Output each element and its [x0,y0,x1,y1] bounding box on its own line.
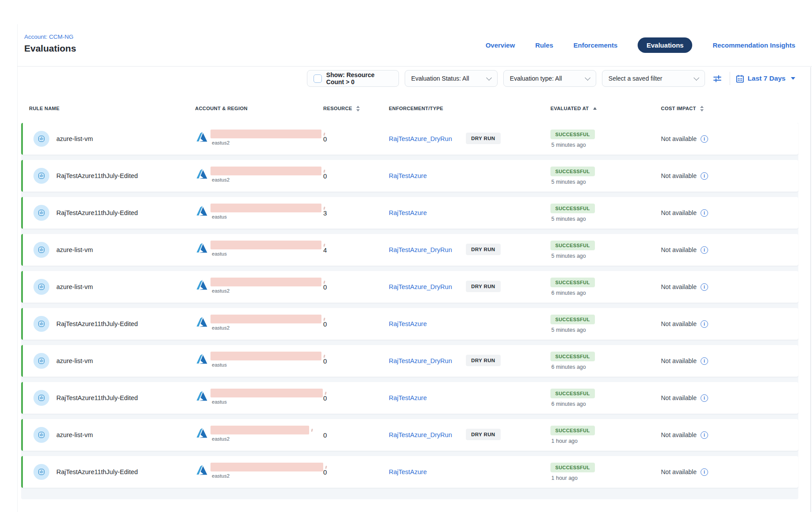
rule-name[interactable]: RajTestAzure11thJuly-Edited [56,320,138,327]
table-row[interactable]: RajTestAzure11thJuly-Edited eastus2 0 Ra… [21,456,798,488]
status-accent-bar [21,308,23,340]
table-row[interactable]: RajTestAzure11thJuly-Edited eastus 3 Raj… [21,197,798,229]
rule-name[interactable]: azure-list-vm [56,246,93,253]
enforcement-link[interactable]: RajTestAzure_DryRun [389,357,452,364]
sort-asc-icon[interactable] [593,107,597,110]
enforcement-cell: RajTestAzure_DryRun DRY RUN [389,419,452,451]
evaluated-cell: SUCCESSFUL 5 minutes ago [550,241,595,259]
enforcement-link[interactable]: RajTestAzure [389,209,427,216]
evaluated-cell: SUCCESSFUL 5 minutes ago [550,315,595,333]
evaluated-cell: SUCCESSFUL 6 minutes ago [550,389,595,407]
rule-name[interactable]: RajTestAzure11thJuly-Edited [56,394,138,401]
resource-count-filter[interactable]: Show: Resource Count > 0 [307,70,399,87]
info-icon[interactable] [701,320,708,328]
evaluated-cell: SUCCESSFUL 5 minutes ago [550,167,595,185]
info-icon[interactable] [701,394,708,402]
resource-count-checkbox[interactable] [314,74,322,83]
cost-impact-value: Not available [661,320,697,327]
resource-count: 0 [323,308,327,340]
status-badge: SUCCESSFUL [550,241,595,250]
info-icon[interactable] [701,135,708,143]
azure-icon [196,279,208,291]
evaluation-status-dropdown[interactable]: Evaluation Status: All [405,70,498,87]
saved-filter-dropdown[interactable]: Select a saved filter [602,70,705,87]
rule-name[interactable]: azure-list-vm [56,283,93,290]
enforcement-link[interactable]: RajTestAzure_DryRun [389,135,452,142]
resource-count: 0 [323,345,327,377]
enforcement-link[interactable]: RajTestAzure_DryRun [389,246,452,253]
table-header: RULE NAME ACCOUNT & REGION RESOURCE ENFO… [21,106,798,115]
table-row[interactable]: azure-list-vm eastus 0 RajTestAzure_DryR… [21,345,798,377]
account-region-cell: eastus2 [196,278,321,293]
rule-name[interactable]: RajTestAzure11thJuly-Edited [56,468,138,475]
tab-enforcements[interactable]: Enforcements [573,41,617,49]
account-region-cell: eastus2 [196,167,321,182]
date-range-picker[interactable]: Last 7 Days [736,74,795,83]
redacted-account-name [210,278,321,286]
enforcement-cell: RajTestAzure [389,456,427,488]
rule-name[interactable]: azure-list-vm [56,431,93,438]
status-badge: SUCCESSFUL [550,130,595,139]
rule-name[interactable]: azure-list-vm [56,357,93,364]
cost-impact-cell: Not available [661,160,708,192]
evaluated-cell: SUCCESSFUL 1 hour ago [550,426,595,444]
column-cost-impact[interactable]: COST IMPACT [661,106,704,111]
account-region-cell: eastus [196,241,321,256]
rule-cell: azure-list-vm [33,345,93,377]
status-accent-bar [21,123,23,155]
column-evaluated-at[interactable]: EVALUATED AT [550,106,597,111]
tab-overview[interactable]: Overview [486,41,515,49]
scrollbar[interactable] [810,67,811,512]
account-region-cell: eastus2 [196,426,309,442]
info-icon[interactable] [701,209,708,217]
account-region-cell: eastus [196,204,321,219]
filter-settings-button[interactable] [711,72,724,85]
info-icon[interactable] [701,246,708,254]
table-row[interactable]: RajTestAzure11thJuly-Edited eastus2 0 Ra… [21,308,798,340]
cost-impact-value: Not available [661,357,697,364]
table-row[interactable]: RajTestAzure11thJuly-Edited eastus 0 Raj… [21,382,798,414]
date-range-value: Last 7 Days [748,74,786,82]
tab-evaluations[interactable]: Evaluations [638,37,692,53]
rule-name[interactable]: RajTestAzure11thJuly-Edited [56,172,138,179]
chevron-down-icon [694,75,699,81]
enforcement-cell: RajTestAzure_DryRun DRY RUN [389,234,452,266]
info-icon[interactable] [701,357,708,365]
enforcement-link[interactable]: RajTestAzure_DryRun [389,431,452,438]
info-icon[interactable] [701,172,708,180]
info-icon[interactable] [701,468,708,476]
dry-run-badge: DRY RUN [466,355,501,366]
cost-impact-cell: Not available [661,308,708,340]
rule-icon [33,279,49,295]
tab-rules[interactable]: Rules [535,41,553,49]
cost-impact-value: Not available [661,135,697,142]
table-row[interactable]: azure-list-vm eastus 4 RajTestAzure_DryR… [21,234,798,266]
enforcement-link[interactable]: RajTestAzure [389,468,427,475]
table-row[interactable]: azure-list-vm eastus2 0 RajTestAzure_Dry… [21,419,798,451]
redacted-account-name [210,426,309,434]
tab-recommendation-insights[interactable]: Recommendation Insights [712,41,795,49]
table-row[interactable]: azure-list-vm eastus2 0 RajTestAzure_Dry… [21,123,798,155]
table-row[interactable]: RajTestAzure11thJuly-Edited eastus2 0 Ra… [21,160,798,192]
info-icon[interactable] [701,431,708,439]
enforcement-link[interactable]: RajTestAzure_DryRun [389,283,452,290]
enforcement-link[interactable]: RajTestAzure [389,172,427,179]
rule-name[interactable]: RajTestAzure11thJuly-Edited [56,209,138,216]
sort-icon[interactable] [356,106,360,111]
rule-icon [33,427,49,443]
rule-name[interactable]: azure-list-vm [56,135,93,142]
cost-impact-value: Not available [661,209,697,216]
enforcement-link[interactable]: RajTestAzure [389,320,427,327]
sort-icon[interactable] [700,106,704,111]
table-row[interactable]: azure-list-vm eastus2 0 RajTestAzure_Dry… [21,271,798,303]
info-icon[interactable] [701,283,708,291]
enforcement-link[interactable]: RajTestAzure [389,394,427,401]
breadcrumb-account-link[interactable]: Account: CCM-NG [24,33,74,40]
enforcement-cell: RajTestAzure_DryRun DRY RUN [389,345,452,377]
rule-cell: azure-list-vm [33,234,93,266]
evaluation-type-dropdown[interactable]: Evaluation type: All [503,70,596,87]
rule-cell: RajTestAzure11thJuly-Edited [33,197,138,229]
evaluations-page: Account: CCM-NG Evaluations Overview Rul… [0,0,812,512]
dry-run-badge: DRY RUN [466,281,501,292]
column-resource[interactable]: RESOURCE [323,106,360,111]
